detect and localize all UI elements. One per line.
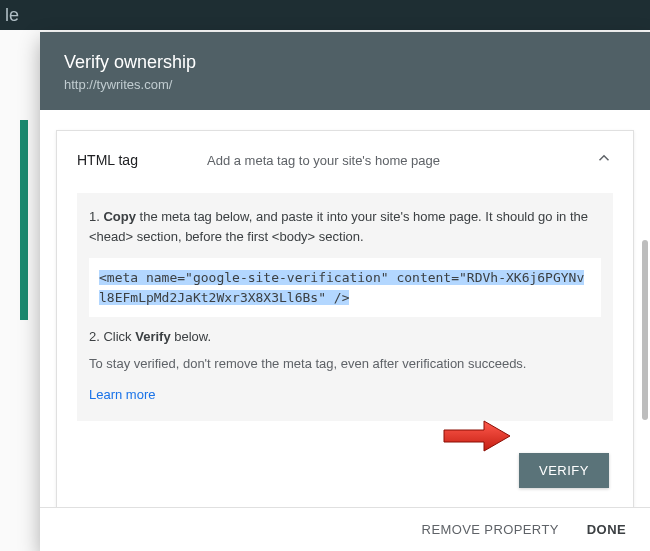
meta-tag-code[interactable]: <meta name="google-site-verification" co…: [89, 258, 601, 317]
scrollbar-thumb[interactable]: [642, 240, 648, 420]
scrollbar[interactable]: [642, 240, 648, 470]
remove-property-button[interactable]: REMOVE PROPERTY: [422, 522, 559, 537]
chevron-up-icon[interactable]: [595, 149, 613, 171]
html-tag-card: HTML tag Add a meta tag to your site's h…: [56, 130, 634, 507]
stay-verified-note: To stay verified, don't remove the meta …: [89, 356, 601, 371]
step-2-text: 2. Click Verify below.: [89, 329, 601, 344]
step-1-text: 1. Copy the meta tag below, and paste it…: [89, 207, 601, 246]
card-subtitle: Add a meta tag to your site's home page: [207, 153, 595, 168]
verify-ownership-modal: Verify ownership http://tywrites.com/ HT…: [40, 32, 650, 551]
green-accent-stripe: [20, 120, 28, 320]
modal-title: Verify ownership: [64, 52, 626, 73]
modal-subtitle: http://tywrites.com/: [64, 77, 626, 92]
verify-button[interactable]: VERIFY: [519, 453, 609, 488]
code-highlighted-text: <meta name="google-site-verification" co…: [99, 270, 584, 305]
modal-header: Verify ownership http://tywrites.com/: [40, 32, 650, 110]
instruction-box: 1. Copy the meta tag below, and paste it…: [77, 193, 613, 421]
card-title: HTML tag: [77, 152, 207, 168]
modal-footer: REMOVE PROPERTY DONE: [40, 507, 650, 551]
done-button[interactable]: DONE: [587, 522, 626, 537]
learn-more-link[interactable]: Learn more: [89, 387, 155, 402]
app-header-partial: le: [0, 0, 650, 30]
card-header[interactable]: HTML tag Add a meta tag to your site's h…: [77, 149, 613, 171]
verify-row: VERIFY: [77, 429, 613, 496]
modal-body: HTML tag Add a meta tag to your site's h…: [40, 110, 650, 507]
